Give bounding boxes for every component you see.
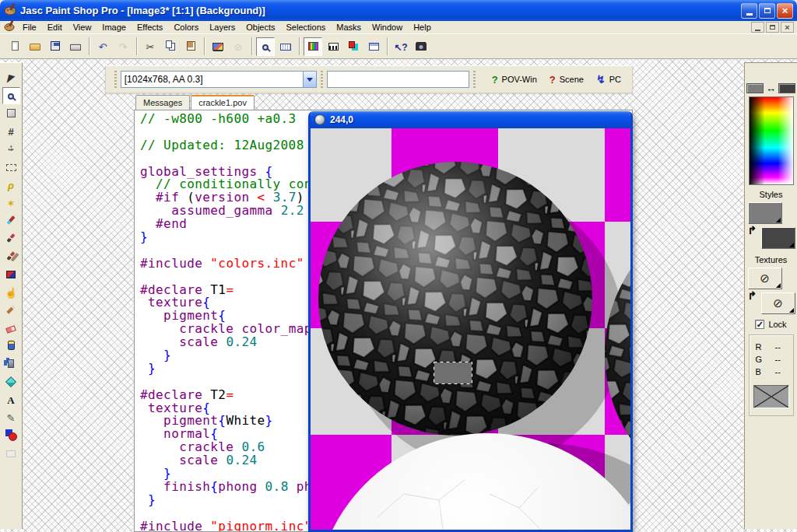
color-spectrum-picker[interactable] [749,96,794,185]
freehand-button[interactable]: ρ [2,177,20,194]
selection-marquee[interactable] [434,362,472,384]
new-file-button[interactable] [5,37,24,56]
image-window-titlebar[interactable]: 244,0 [311,111,630,128]
redo-button[interactable]: ↷ [114,37,132,56]
cut-button[interactable]: ✂ [141,37,160,56]
render-image[interactable] [311,128,630,530]
active-foreground-color-swatch[interactable] [746,83,764,93]
object-selector-icon [6,446,16,460]
object-selector-button[interactable] [2,445,20,462]
menu-item-selections[interactable]: Selections [281,22,332,33]
texture-foreground-button[interactable]: ⊘ [748,268,782,289]
menu-item-effects[interactable]: Effects [132,22,168,33]
menu-item-objects[interactable]: Objects [241,22,280,33]
toolbar-grip[interactable] [321,71,323,88]
layer-palette-button[interactable] [344,37,363,56]
selection-button[interactable] [2,159,20,176]
scratch-remover-button[interactable] [2,302,20,319]
povbar-scene-button[interactable]: ?Scene [543,72,590,87]
pov-pc-icon: ↯ [596,74,606,85]
histogram-button[interactable] [324,37,342,56]
active-background-color-swatch[interactable] [778,83,795,93]
mdi-close-button[interactable]: × [781,22,794,33]
open-folder-icon [30,40,40,54]
menu-item-edit[interactable]: Edit [42,22,68,33]
deform-button[interactable] [2,105,20,122]
povray-buttons: ?POV-Win?Scene↯PC [486,72,627,87]
tab-crackle1-pov[interactable]: crackle1.pov [191,95,255,110]
close-button[interactable]: × [777,3,793,19]
style-background-button[interactable] [761,227,795,249]
minimize-button[interactable] [741,3,757,19]
color-palette-button[interactable] [304,37,322,56]
text-button[interactable]: A [2,391,20,408]
toolbar-grip[interactable] [114,71,117,88]
save-button[interactable] [46,37,65,56]
povbar-pc-button[interactable]: ↯PC [590,72,627,87]
color-replacer-button[interactable] [2,266,20,283]
menu-item-help[interactable]: Help [408,22,437,33]
arrow-button[interactable]: ◤ [2,69,20,86]
clone-brush-button[interactable] [2,248,20,265]
swap-styles-icon[interactable]: ↱ [748,224,757,236]
swap-textures-icon[interactable]: ↱ [748,289,757,302]
copy-button[interactable] [161,37,180,56]
open-folder-button[interactable] [26,37,44,56]
screen-capture-button[interactable] [412,37,430,56]
context-help-button[interactable]: ↖? [391,37,410,56]
tab-messages[interactable]: Messages [135,95,190,110]
tool-options-button[interactable] [276,37,295,56]
flyout-triangle-icon [776,283,781,288]
magic-wand-button[interactable]: ✶ [2,194,20,212]
povbar-button-label: Scene [560,75,584,84]
print-button[interactable] [66,37,85,56]
main-toolbar: ↶↷✂⊘↖? [0,34,797,59]
flyout-triangle-icon [789,308,794,313]
scratch-remover-icon [9,303,12,317]
render-options-dropdown[interactable]: [1024x768, AA 0.3] [121,71,318,88]
lock-checkbox[interactable]: ✓ [755,320,764,329]
menu-item-layers[interactable]: Layers [204,22,241,33]
swap-colors-icon[interactable]: ↔ [766,83,776,93]
undo-button[interactable]: ↶ [93,37,112,56]
eraser-button[interactable] [2,320,20,337]
mdi-restore-button[interactable] [766,22,779,33]
screen-preview-button[interactable] [209,37,227,56]
crop-button[interactable]: # [2,123,20,140]
mover-button[interactable]: ↔↕ [2,141,20,158]
povbar-pov-win-button[interactable]: ?POV-Win [486,72,543,87]
airbrush-button[interactable] [2,355,20,373]
retouch-button[interactable]: ☝ [2,284,20,301]
help-green-icon: ? [492,75,498,85]
menu-item-window[interactable]: Window [367,22,408,33]
zoom-button[interactable] [2,87,20,104]
menu-item-view[interactable]: View [68,22,97,33]
textures-label: Textures [755,255,788,264]
preset-shapes-button[interactable] [2,427,20,444]
cut-icon: ✂ [146,40,155,54]
style-foreground-button[interactable] [748,202,782,224]
browse-button[interactable]: ⊘ [229,37,248,56]
texture-background-button[interactable]: ⊘ [761,292,795,314]
menu-item-image[interactable]: Image [97,22,132,33]
paintbrush-button[interactable] [2,230,20,247]
menu-item-file[interactable]: File [17,22,42,33]
picture-tube-button[interactable] [2,338,20,355]
menu-item-masks[interactable]: Masks [331,22,367,33]
new-file-icon [12,40,19,54]
paste-button[interactable] [181,37,200,56]
dropper-button[interactable] [2,212,20,229]
restore-button[interactable] [759,3,775,19]
rgb-row-b: B-- [756,366,781,378]
flood-fill-button[interactable] [2,373,20,390]
menu-item-colors[interactable]: Colors [168,22,204,33]
flyout-triangle-icon [789,243,794,247]
command-line-input[interactable] [327,71,469,88]
image-window-button[interactable] [364,37,383,56]
mdi-minimize-button[interactable] [751,22,764,33]
toolbar-grip[interactable] [473,71,476,88]
chevron-down-icon[interactable] [303,72,316,87]
color-panel: ↔ Styles ↱ Textures ⊘ ↱ ⊘ ✓ Lock R--G--B… [744,62,797,529]
zoom-preview-button[interactable] [256,37,275,56]
draw-button[interactable]: ✎ [2,409,20,426]
